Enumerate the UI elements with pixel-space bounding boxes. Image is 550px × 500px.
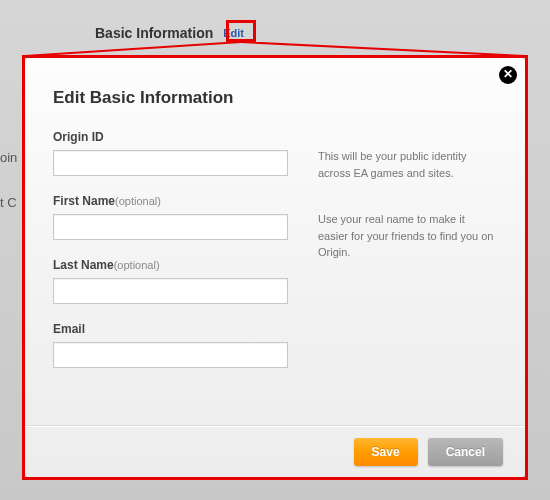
- form-column: Origin ID First Name(optional) Last Name…: [53, 130, 288, 386]
- bg-side-text: oin t C: [0, 150, 17, 240]
- origin-id-hint: This will be your public identity across…: [318, 148, 497, 181]
- first-name-label: First Name(optional): [53, 194, 288, 208]
- hint-column: This will be your public identity across…: [318, 130, 497, 386]
- section-header: Basic Information Edit: [95, 25, 244, 41]
- origin-id-label: Origin ID: [53, 130, 288, 144]
- first-name-input[interactable]: [53, 214, 288, 240]
- section-title: Basic Information: [95, 25, 213, 41]
- last-name-input[interactable]: [53, 278, 288, 304]
- last-name-label: Last Name(optional): [53, 258, 288, 272]
- email-input[interactable]: [53, 342, 288, 368]
- edit-basic-info-modal: ✕ Edit Basic Information Origin ID First…: [25, 58, 525, 477]
- modal-title: Edit Basic Information: [25, 58, 525, 130]
- email-label: Email: [53, 322, 288, 336]
- annotation-highlight-edit: [226, 20, 256, 42]
- modal-footer: Save Cancel: [25, 425, 525, 477]
- field-email: Email: [53, 322, 288, 368]
- field-last-name: Last Name(optional): [53, 258, 288, 304]
- close-icon[interactable]: ✕: [499, 66, 517, 84]
- real-name-hint: Use your real name to make it easier for…: [318, 211, 497, 261]
- field-origin-id: Origin ID: [53, 130, 288, 176]
- cancel-button[interactable]: Cancel: [428, 438, 503, 466]
- field-first-name: First Name(optional): [53, 194, 288, 240]
- save-button[interactable]: Save: [354, 438, 418, 466]
- modal-body: Origin ID First Name(optional) Last Name…: [25, 130, 525, 386]
- origin-id-input[interactable]: [53, 150, 288, 176]
